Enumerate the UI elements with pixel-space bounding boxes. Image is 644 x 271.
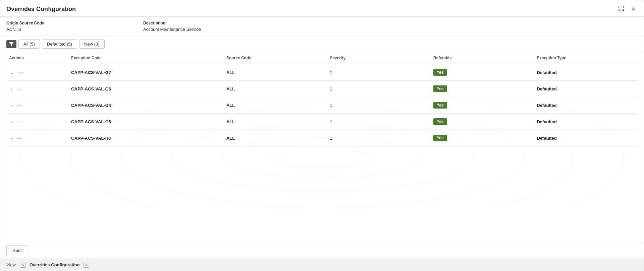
source-code-1: ALL [224, 81, 327, 97]
exception-type-3: Defaulted [534, 114, 638, 130]
filter-bar: All (5) Defaulted (5) New (0) [0, 36, 644, 52]
exception-type-0: Defaulted [534, 64, 638, 81]
referable-2: Yes [431, 97, 534, 114]
exception-code-3: CAPP-ACS-VAL-G5 [68, 114, 224, 130]
severity-1: 1 [327, 81, 431, 97]
col-header-source: Source Code [224, 52, 327, 64]
expand-icon-left[interactable]: ⤡ [20, 262, 25, 268]
col-header-type: Exception Type [534, 52, 638, 64]
expand-btn-1[interactable]: › [9, 86, 13, 92]
close-button[interactable]: ✕ [629, 5, 638, 13]
modal-container: Overrides Configuration ✕ Origin Source … [0, 0, 644, 271]
source-code-0: ALL [224, 64, 327, 81]
more-btn-4[interactable]: ··· [15, 135, 23, 141]
referable-1: Yes [431, 81, 534, 97]
expand-btn-0[interactable]: ⌄ [9, 69, 15, 76]
svg-marker-0 [9, 42, 14, 46]
table-row: › ··· CAPP-ACS-VAL-H0 ALL 1 Yes Defaulte… [6, 130, 638, 146]
table-section: Actions Exception Code Source Code Sever… [0, 52, 644, 242]
source-code-4: ALL [224, 130, 327, 146]
table-row: › ··· CAPP-ACS-VAL-G4 ALL 1 Yes Defaulte… [6, 97, 638, 114]
bottom-bar-title: Overrides Configuration [30, 262, 80, 267]
filter-button[interactable] [6, 40, 16, 48]
modal-meta: Origin Source Code ACNTS Description Acc… [0, 17, 644, 36]
expand-btn-2[interactable]: › [9, 102, 13, 109]
actions-cell-2: › ··· [6, 97, 68, 114]
bottom-view-label: View [6, 262, 16, 267]
actions-cell-0: ⌄ ··· [6, 64, 68, 81]
tab-all[interactable]: All (5) [18, 40, 40, 49]
table-row: › ··· CAPP-ACS-VAL-G6 ALL 1 Yes Defaulte… [6, 81, 638, 97]
description-block: Description Account Maintenance Service [143, 21, 638, 32]
resize-button[interactable] [616, 5, 626, 13]
col-header-referable: Referable [431, 52, 534, 64]
origin-value: ACNTS [6, 27, 141, 32]
modal-header: Overrides Configuration ✕ [0, 0, 644, 17]
exception-code-2: CAPP-ACS-VAL-G4 [68, 97, 224, 114]
table-row: ⌄ ··· CAPP-ACS-VAL-G7 ALL 1 Yes Defaulte… [6, 64, 638, 81]
table-row: › ··· CAPP-ACS-VAL-G5 ALL 1 Yes Defaulte… [6, 114, 638, 130]
table-container: Actions Exception Code Source Code Sever… [0, 52, 644, 242]
exception-code-1: CAPP-ACS-VAL-G6 [68, 81, 224, 97]
referable-4: Yes [431, 130, 534, 146]
severity-2: 1 [327, 97, 431, 114]
bottom-bar: View ⤡ Overrides Configuration ⤢ [0, 259, 644, 271]
more-btn-2[interactable]: ··· [15, 102, 23, 109]
origin-block: Origin Source Code ACNTS [6, 21, 141, 32]
more-btn-0[interactable]: ··· [17, 69, 25, 76]
description-value: Account Maintenance Service [143, 27, 638, 32]
severity-0: 1 [327, 64, 431, 81]
col-header-severity: Severity [327, 52, 431, 64]
more-btn-1[interactable]: ··· [15, 85, 23, 92]
col-header-exception: Exception Code [68, 52, 224, 64]
origin-label: Origin Source Code [6, 21, 141, 25]
table-header-row: Actions Exception Code Source Code Sever… [6, 52, 638, 64]
severity-4: 1 [327, 130, 431, 146]
exception-type-2: Defaulted [534, 97, 638, 114]
expand-icon-right[interactable]: ⤢ [84, 262, 89, 268]
referable-3: Yes [431, 114, 534, 130]
audit-button[interactable]: Audit [6, 246, 29, 255]
actions-cell-4: › ··· [6, 130, 68, 146]
exception-code-4: CAPP-ACS-VAL-H0 [68, 130, 224, 146]
source-code-3: ALL [224, 114, 327, 130]
expand-btn-3[interactable]: › [9, 119, 13, 125]
modal-title: Overrides Configuration [6, 6, 76, 13]
referable-0: Yes [431, 64, 534, 81]
footer-area: Audit [0, 242, 644, 259]
more-btn-3[interactable]: ··· [15, 118, 23, 125]
exception-type-4: Defaulted [534, 130, 638, 146]
exception-code-0: CAPP-ACS-VAL-G7 [68, 64, 224, 81]
tab-new[interactable]: New (0) [79, 40, 105, 49]
actions-cell-3: › ··· [6, 114, 68, 130]
actions-cell-1: › ··· [6, 81, 68, 97]
source-code-2: ALL [224, 97, 327, 114]
col-header-actions: Actions [6, 52, 68, 64]
exception-type-1: Defaulted [534, 81, 638, 97]
severity-3: 1 [327, 114, 431, 130]
overrides-table: Actions Exception Code Source Code Sever… [6, 52, 638, 146]
tab-defaulted[interactable]: Defaulted (5) [42, 40, 77, 49]
expand-btn-4[interactable]: › [9, 135, 13, 141]
header-controls: ✕ [616, 5, 638, 13]
description-label: Description [143, 21, 638, 25]
